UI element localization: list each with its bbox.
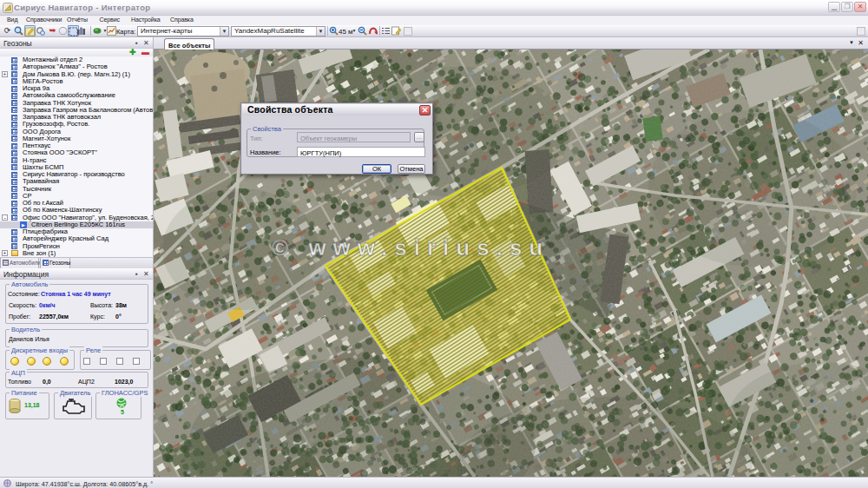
svg-text:© www.sirius.su: © www.sirius.su	[272, 234, 549, 260]
